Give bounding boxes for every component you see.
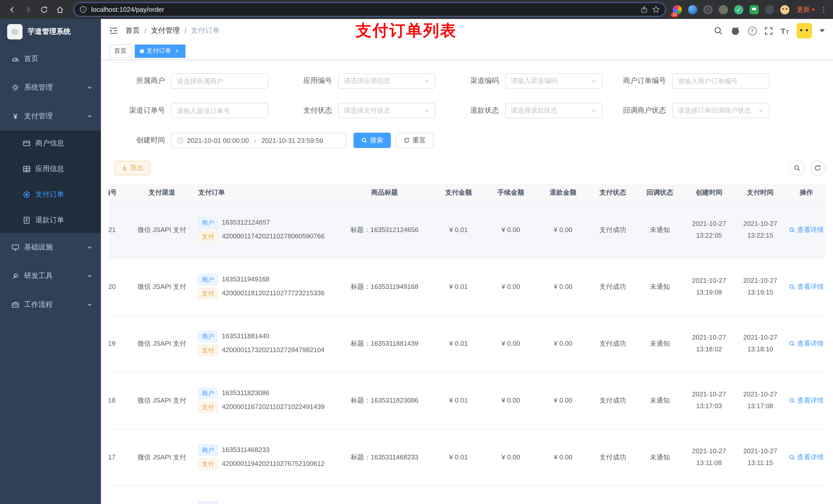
export-button[interactable]: 导出 <box>115 161 150 175</box>
pay-tag: 支付 <box>198 345 218 356</box>
record-icon <box>23 191 31 199</box>
date-range-picker[interactable]: 2021-10-01 00:00:00 - 2021-10-31 23:59:5… <box>171 133 346 148</box>
merchant-order-no: 1635311468233 <box>222 446 269 454</box>
refresh-table-button[interactable] <box>810 160 825 176</box>
table-row[interactable]: 119 微信 JSAPI 支付 商户1635311881440 支付420000… <box>109 315 825 372</box>
back-button[interactable] <box>5 3 19 16</box>
breadcrumb-pay-manage[interactable]: 支付管理 <box>151 26 180 35</box>
sidebar-item-refund-order[interactable]: 退款订单 <box>0 208 101 233</box>
cell-notify: 未通知 <box>636 315 684 372</box>
profile-avatar-icon[interactable] <box>780 5 789 14</box>
search-icon <box>789 284 795 290</box>
fullscreen-icon[interactable] <box>764 26 773 35</box>
sidebar-item-system[interactable]: 系统管理 <box>0 73 101 102</box>
date-start[interactable]: 2021-10-01 00:00:00 <box>187 137 249 144</box>
filter-form: 所属商户 应用编号 请选择应用信息 渠道编码 请输入渠道编码 <box>109 67 825 162</box>
cell-id <box>109 485 130 504</box>
sidebar-item-dev-tools[interactable]: 研发工具 <box>0 262 101 290</box>
extension-icon-blue[interactable] <box>688 5 697 14</box>
sidebar-item-pay[interactable]: 支付管理 <box>0 102 101 130</box>
merchant-tag: 商户 <box>198 274 218 285</box>
cell-refund: ¥ 0.00 <box>537 429 589 485</box>
tab-home[interactable]: 首页 <box>109 44 132 57</box>
extension-icon-chat[interactable] <box>749 5 759 14</box>
field-label: 退款状态 <box>443 106 505 115</box>
chrome-update-button[interactable]: 更新 <box>796 5 814 14</box>
table-row[interactable]: 120 微信 JSAPI 支付 商户1635311949168 支付420000… <box>109 258 825 315</box>
bookmark-star-icon[interactable] <box>652 6 660 13</box>
table-row[interactable]: 121 微信 JSAPI 支付 商户1635312124657 支付420000… <box>109 201 825 258</box>
sidebar-toggle-button[interactable] <box>109 26 118 35</box>
view-detail-link[interactable]: 查看详情 <box>789 282 824 291</box>
search-button[interactable]: 搜索 <box>354 133 391 148</box>
pay-order-no: 4200001167202110271022491439 <box>222 403 325 410</box>
share-icon[interactable] <box>640 6 648 13</box>
view-detail-link[interactable]: 查看详情 <box>789 396 824 405</box>
forward-button[interactable] <box>21 3 35 16</box>
tab-pay-order[interactable]: 支付订单 <box>135 44 186 57</box>
view-detail-link[interactable]: 查看详情 <box>789 225 824 234</box>
cell-actions: 查看详情 <box>786 372 825 429</box>
notify-status-select[interactable]: 请选择订单回调商户状态 <box>672 103 769 118</box>
sidebar-item-pay-order[interactable]: 支付订单 <box>0 182 101 208</box>
merchant-order-no-input[interactable] <box>672 73 769 89</box>
home-button[interactable] <box>53 3 67 16</box>
sidebar-item-infra[interactable]: 基础设施 <box>0 233 101 262</box>
active-dot-icon <box>140 49 144 53</box>
info-icon[interactable] <box>79 6 87 13</box>
pay-order-no: 4200001173202110272847982104 <box>222 346 325 354</box>
user-avatar[interactable] <box>796 23 812 39</box>
page-title-annotation: 支付订单列表 <box>356 20 457 42</box>
sidebar-item-home[interactable]: 首页 <box>0 45 101 73</box>
toggle-search-button[interactable] <box>789 160 805 176</box>
reload-button[interactable] <box>37 3 51 16</box>
select-placeholder: 请选择支付状态 <box>344 106 390 115</box>
table-row[interactable]: 117 微信 JSAPI 支付 商户1635311468233 支付420000… <box>109 429 825 485</box>
sidebar-item-merchant-info[interactable]: 商户信息 <box>0 130 101 156</box>
extension-icon-vue-devtools[interactable] <box>734 5 743 14</box>
extension-icon-pin[interactable] <box>765 5 774 14</box>
sidebar-item-app-info[interactable]: 应用信息 <box>0 156 101 182</box>
address-bar[interactable]: localhost:1024/pay/order <box>74 3 665 16</box>
channel-order-no-input[interactable] <box>171 103 268 118</box>
card-icon <box>23 139 31 147</box>
extension-icon-dark[interactable] <box>704 5 713 14</box>
app-select[interactable]: 请选择应用信息 <box>338 73 435 89</box>
cell-title: 标题：1635312124656 <box>337 201 432 258</box>
refund-status-select[interactable]: 请选择退款状态 <box>505 103 602 118</box>
sidebar-logo[interactable]: 芋道管理系统 <box>0 19 101 45</box>
cell-id: 118 <box>109 372 130 429</box>
reset-button[interactable]: 重置 <box>396 133 433 148</box>
font-size-icon[interactable] <box>781 26 789 35</box>
sidebar-item-workflow[interactable]: 工作流程 <box>0 290 101 319</box>
search-icon[interactable] <box>713 26 722 35</box>
help-icon[interactable] <box>748 26 756 35</box>
search-icon <box>789 340 795 346</box>
date-end[interactable]: 2021-10-31 23:59:59 <box>261 137 323 144</box>
cell-notify: 未通知 <box>636 258 684 315</box>
caret-down-icon[interactable] <box>820 29 825 32</box>
merchant-tag: 商户 <box>198 331 218 342</box>
merchant-order-no: 1635311823086 <box>222 389 269 397</box>
merchant-select-input[interactable] <box>171 73 268 89</box>
extension-icon-olive[interactable] <box>719 5 728 14</box>
channel-code-select[interactable]: 请输入渠道编码 <box>505 73 602 89</box>
chrome-menu-button[interactable] <box>820 5 828 14</box>
github-icon[interactable] <box>730 26 740 35</box>
merchant-order-no: 1635311881440 <box>222 332 269 340</box>
view-detail-link[interactable]: 查看详情 <box>789 453 824 462</box>
extension-icon-colorful[interactable]: 10 <box>673 5 682 14</box>
view-detail-link[interactable]: 查看详情 <box>789 339 824 348</box>
sidebar-item-label: 商户信息 <box>35 139 64 148</box>
table-row[interactable]: 商户1635311157866 支付 <box>109 485 825 504</box>
pay-status-select[interactable]: 请选择支付状态 <box>338 103 435 118</box>
close-icon[interactable] <box>174 48 180 54</box>
table-row[interactable]: 118 微信 JSAPI 支付 商户1635311823086 支付420000… <box>109 372 825 429</box>
url-text[interactable]: localhost:1024/pay/order <box>91 6 636 13</box>
filter-app-id: 应用编号 请选择应用信息 <box>276 73 435 89</box>
app-root: 芋道管理系统 首页 系统管理 支付管理 商户信息 <box>0 19 833 504</box>
cell-refund: ¥ 0.00 <box>537 258 589 315</box>
breadcrumb-home[interactable]: 首页 <box>125 26 140 35</box>
cell-actions: 查看详情 <box>786 315 825 372</box>
logo-avatar <box>7 24 23 40</box>
